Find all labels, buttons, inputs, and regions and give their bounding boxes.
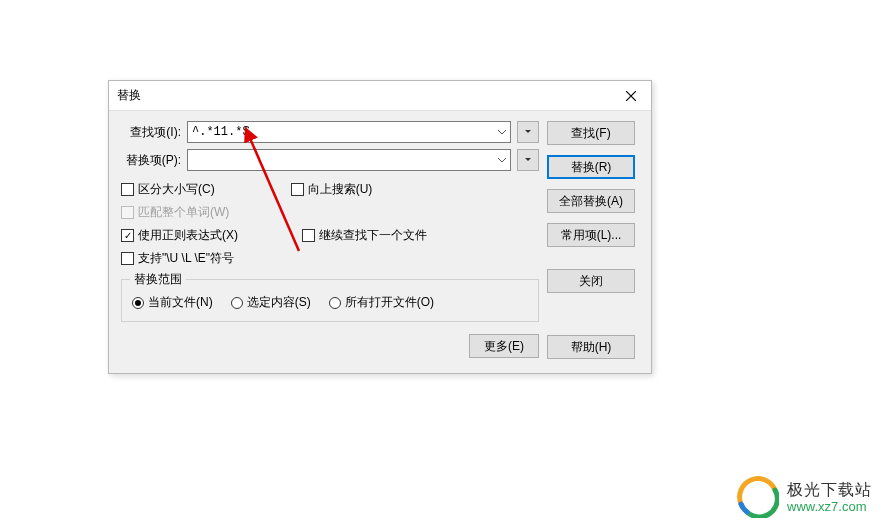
common-button[interactable]: 常用项(L)... xyxy=(547,223,635,247)
more-label: 更多(E) xyxy=(484,338,524,355)
scope-all-open-label: 所有打开文件(O) xyxy=(345,294,434,311)
find-combo xyxy=(187,121,511,143)
escapes-checkbox[interactable]: 支持"\U \L \E"符号 xyxy=(121,250,234,267)
scope-current-radio[interactable]: 当前文件(N) xyxy=(132,294,213,311)
close-button-label: 关闭 xyxy=(579,273,603,290)
watermark-logo-icon xyxy=(737,476,779,518)
whole-word-checkbox: 匹配整个单词(W) xyxy=(121,204,229,221)
scope-all-open-radio[interactable]: 所有打开文件(O) xyxy=(329,294,434,311)
replace-all-button-label: 全部替换(A) xyxy=(559,193,623,210)
scope-title: 替换范围 xyxy=(130,271,186,288)
replace-input[interactable] xyxy=(187,149,511,171)
replace-combo xyxy=(187,149,511,171)
scope-selection-label: 选定内容(S) xyxy=(247,294,311,311)
regex-checkbox[interactable]: ✓ 使用正则表达式(X) xyxy=(121,227,238,244)
search-up-checkbox[interactable]: 向上搜索(U) xyxy=(291,181,373,198)
replace-all-button[interactable]: 全部替换(A) xyxy=(547,189,635,213)
find-input[interactable] xyxy=(187,121,511,143)
scope-groupbox: 替换范围 当前文件(N) 选定内容(S) 所有打开文件(O) xyxy=(121,279,539,322)
more-button[interactable]: 更多(E) xyxy=(469,334,539,358)
find-history-button[interactable] xyxy=(517,121,539,143)
watermark-brand: 极光下载站 xyxy=(787,480,872,499)
scope-current-label: 当前文件(N) xyxy=(148,294,213,311)
replace-row: 替换项(P): xyxy=(121,149,539,171)
watermark-url: www.xz7.com xyxy=(787,499,872,515)
help-button-label: 帮助(H) xyxy=(571,339,612,356)
help-button[interactable]: 帮助(H) xyxy=(547,335,635,359)
dialog-title: 替换 xyxy=(117,87,141,104)
whole-word-label: 匹配整个单词(W) xyxy=(138,204,229,221)
search-up-label: 向上搜索(U) xyxy=(308,181,373,198)
replace-history-button[interactable] xyxy=(517,149,539,171)
close-button[interactable]: 关闭 xyxy=(547,269,635,293)
find-button-label: 查找(F) xyxy=(571,125,610,142)
find-row: 查找项(I): xyxy=(121,121,539,143)
replace-button-label: 替换(R) xyxy=(571,159,612,176)
regex-label: 使用正则表达式(X) xyxy=(138,227,238,244)
common-button-label: 常用项(L)... xyxy=(561,227,622,244)
case-checkbox[interactable]: 区分大小写(C) xyxy=(121,181,215,198)
chevron-down-icon[interactable] xyxy=(494,150,510,170)
replace-button[interactable]: 替换(R) xyxy=(547,155,635,179)
case-label: 区分大小写(C) xyxy=(138,181,215,198)
next-file-checkbox[interactable]: 继续查找下一个文件 xyxy=(302,227,427,244)
scope-selection-radio[interactable]: 选定内容(S) xyxy=(231,294,311,311)
titlebar: 替换 xyxy=(109,81,651,111)
find-button[interactable]: 查找(F) xyxy=(547,121,635,145)
escapes-label: 支持"\U \L \E"符号 xyxy=(138,250,234,267)
replace-label: 替换项(P): xyxy=(121,152,187,169)
watermark: 极光下载站 www.xz7.com xyxy=(737,476,872,518)
close-icon[interactable] xyxy=(611,81,651,110)
next-file-label: 继续查找下一个文件 xyxy=(319,227,427,244)
find-label: 查找项(I): xyxy=(121,124,187,141)
replace-dialog: 替换 查找项(I): 替换项(P): xyxy=(108,80,652,374)
chevron-down-icon[interactable] xyxy=(494,122,510,142)
